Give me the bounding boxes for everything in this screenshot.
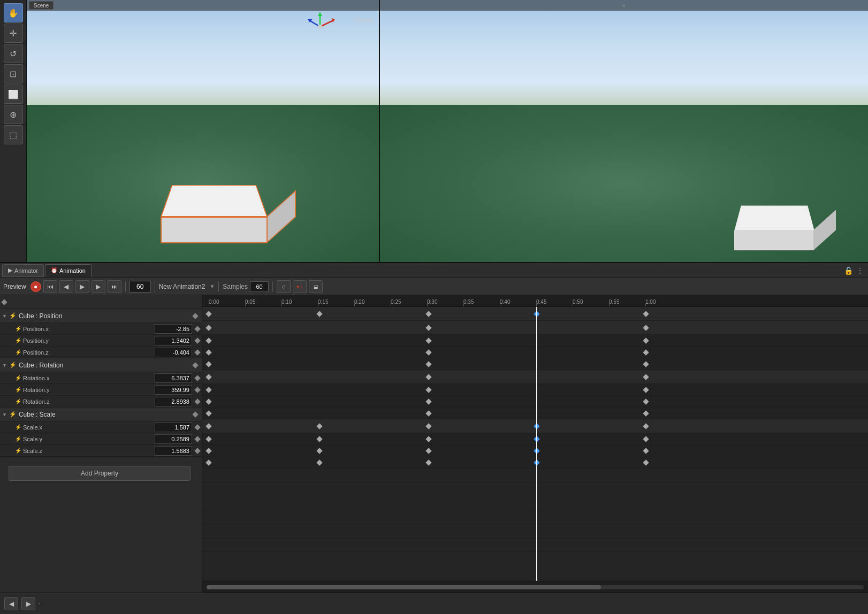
scale-keyframe-diamond: [192, 411, 198, 417]
viewport-tab-bar: Scene: [27, 0, 379, 11]
record-keyframe-button[interactable]: ●◇: [293, 280, 307, 293]
rotation-x-input[interactable]: [155, 373, 192, 383]
anim-toolbar: Preview ● ⏮ ◀ ▶ ▶ ⏭ 60 New Animation2 ▼ …: [0, 278, 868, 295]
bottom-nav: ◀ ▶ ·: [0, 593, 868, 614]
timeline-scrollbar[interactable]: [202, 581, 868, 593]
skip-start-button[interactable]: ⏮: [43, 280, 57, 293]
rotation-y-input[interactable]: [155, 385, 192, 395]
timeline-row-rotation-x: [202, 384, 868, 396]
move-tool-button[interactable]: ✛: [4, 24, 23, 43]
position-icon: ⚡: [9, 312, 17, 319]
cube-scale-group[interactable]: ▼ ⚡ Cube : Scale: [0, 408, 202, 421]
ruler-0:00: 0:00: [209, 299, 219, 305]
rotate-tool-button[interactable]: ↺: [4, 44, 23, 63]
tab-animation[interactable]: ⏰ Animation: [45, 264, 92, 277]
next-frame-button[interactable]: ▶: [21, 597, 35, 610]
timeline-row-scale-y: [202, 445, 868, 457]
timeline-row-rotation-y: [202, 396, 868, 408]
samples-input[interactable]: [250, 281, 269, 292]
position-z-input[interactable]: [155, 348, 192, 357]
chevron-down-icon-2: ▼: [2, 363, 7, 368]
position-x-input[interactable]: [155, 324, 192, 334]
prev-frame-button[interactable]: ◀: [4, 597, 18, 610]
panel-tabs: ▶ Animator ⏰ Animation 🔒 ⋮: [0, 263, 868, 278]
timeline-row-empty-2: [202, 482, 868, 496]
position-y-icon: ⚡: [15, 337, 21, 343]
add-property-button[interactable]: Add Property: [9, 466, 191, 481]
scale-tool-button[interactable]: ⬜: [4, 85, 23, 104]
lock-icon[interactable]: 🔒: [844, 266, 853, 275]
timeline-row-position-group: [202, 321, 868, 335]
scale-z-diamond: [194, 448, 200, 454]
perspective-label: ◁ Persp: [353, 16, 374, 23]
step-forward-button[interactable]: ▶: [92, 280, 105, 293]
scale-x-input[interactable]: [155, 423, 192, 432]
scale-z-input[interactable]: [155, 446, 192, 456]
rect-tool-button[interactable]: ⊡: [4, 64, 23, 83]
rotation-y-diamond: [194, 387, 200, 393]
hand-tool-button[interactable]: ✋: [4, 3, 23, 22]
viewport-left[interactable]: ◁ Persp Scene: [27, 0, 380, 262]
kf-overall-4: [643, 311, 649, 317]
position-y-row: ⚡ Position.y: [0, 335, 202, 347]
rotation-x-icon: ⚡: [15, 375, 21, 381]
more-options-icon[interactable]: ⋮: [856, 266, 864, 275]
viewport-right[interactable]: ≡: [380, 0, 868, 262]
record-button[interactable]: ●: [31, 281, 41, 292]
separator-1: [125, 281, 126, 292]
playhead[interactable]: [536, 307, 537, 581]
kf-overall-3: [534, 311, 539, 317]
kf-overall-2: [425, 311, 431, 317]
rotation-y-row: ⚡ Rotation.y: [0, 384, 202, 396]
frame-counter[interactable]: 60: [130, 281, 151, 293]
position-y-input[interactable]: [155, 336, 192, 346]
tab-animator[interactable]: ▶ Animator: [2, 264, 44, 277]
scale-y-icon: ⚡: [15, 436, 21, 442]
custom-tool-button[interactable]: ⬚: [4, 125, 23, 144]
sky-background-right: [380, 0, 868, 118]
play-button[interactable]: ▶: [75, 280, 89, 293]
timeline-row-rotation-z: [202, 408, 868, 419]
animation-name-label: New Animation2: [159, 283, 205, 290]
cube-top-face: [161, 185, 268, 217]
kf-overall-0: [205, 311, 211, 317]
rotation-keyframe-diamond: [192, 362, 198, 368]
viewport-tab-bar-right: ≡: [380, 0, 868, 11]
timeline-row-scale-x: [202, 433, 868, 445]
keyframe-nav-button[interactable]: ⬓: [309, 280, 323, 293]
timeline-row-empty-3: [202, 496, 868, 510]
animation-panel: ▶ Animator ⏰ Animation 🔒 ⋮ Preview ● ⏮ ◀…: [0, 262, 868, 614]
cube-position-group[interactable]: ▼ ⚡ Cube : Position: [0, 309, 202, 323]
scene-gizmo[interactable]: [304, 11, 336, 43]
samples-label: Samples: [223, 283, 248, 290]
position-z-icon: ⚡: [15, 349, 21, 355]
separator-4: [272, 281, 273, 292]
rotation-icon: ⚡: [9, 362, 17, 369]
viewport-area: ✋ ✛ ↺ ⊡ ⬜ ⊕ ⬚: [0, 0, 868, 262]
position-z-diamond: [194, 349, 200, 355]
scene-tab[interactable]: Scene: [29, 1, 54, 10]
cube-rotation-group[interactable]: ▼ ⚡ Cube : Rotation: [0, 358, 202, 372]
timeline-row-empty-6: [202, 538, 868, 552]
property-panel: ▼ ⚡ Cube : Position ⚡ Position.x ⚡ Posit…: [0, 295, 202, 593]
scale-x-row: ⚡ Scale.x: [0, 421, 202, 433]
separator-3: [218, 281, 219, 292]
scale-y-input[interactable]: [155, 434, 192, 444]
scale-y-diamond: [194, 436, 200, 442]
add-keyframe-button[interactable]: ◇: [277, 280, 291, 293]
transform-tool-button[interactable]: ⊕: [4, 105, 23, 124]
position-x-row: ⚡ Position.x: [0, 323, 202, 335]
timeline-panel[interactable]: 0:00 0:05 0:10 0:15 0:20 0:25 0:30 0:35 …: [202, 295, 868, 593]
animation-name-dropdown[interactable]: ▼: [209, 283, 215, 289]
rotation-z-input[interactable]: [155, 397, 192, 406]
rotation-z-icon: ⚡: [15, 398, 21, 404]
timeline-row-empty-1: [202, 469, 868, 482]
skip-end-button[interactable]: ⏭: [108, 280, 121, 293]
scale-y-row: ⚡ Scale.y: [0, 433, 202, 445]
add-property-section: Add Property: [0, 457, 202, 489]
scale-z-row: ⚡ Scale.z: [0, 445, 202, 457]
step-back-button[interactable]: ◀: [59, 280, 73, 293]
timeline-row-overall: [202, 307, 868, 321]
position-y-diamond: [194, 337, 200, 343]
rotation-x-diamond: [194, 375, 200, 381]
